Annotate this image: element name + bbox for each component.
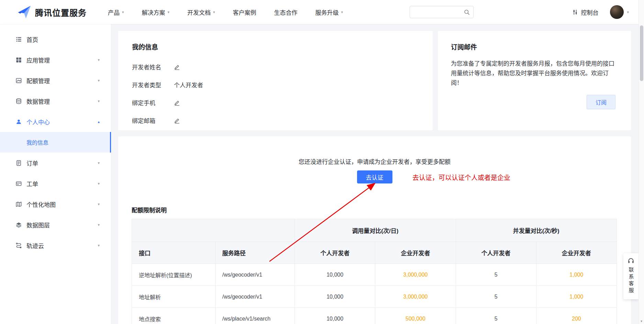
list-icon: [15, 36, 22, 43]
nav-item-products[interactable]: 产品 ▾: [108, 8, 124, 16]
database-icon: [15, 98, 22, 104]
edit-pencil-icon[interactable]: [174, 64, 180, 70]
chevron-down-icon[interactable]: ▾: [627, 10, 629, 14]
red-annotation-text: 去认证，可以认证个人或者是企业: [412, 172, 510, 182]
my-info-card: 我的信息 开发者姓名 开发者类型 个人开发者 绑定手: [118, 31, 433, 130]
cell-personal-daily: 10,000: [295, 286, 375, 308]
field-bind-phone: 绑定手机: [132, 98, 419, 107]
nav-item-docs[interactable]: 开发文档 ▾: [187, 8, 215, 16]
main-content: 我的信息 开发者姓名 开发者类型 个人开发者 绑定手: [112, 24, 639, 324]
chevron-down-icon: ▾: [98, 202, 100, 206]
sidebar-subitem-my-info[interactable]: 我的信息: [0, 132, 111, 153]
sidebar-item-tickets[interactable]: 工单 ▾: [0, 173, 111, 194]
edit-pencil-icon[interactable]: [174, 118, 180, 124]
sidebar-item-orders[interactable]: 订单 ▾: [0, 153, 111, 173]
chevron-down-icon: ▾: [213, 10, 215, 14]
go-verify-button[interactable]: 去认证: [357, 170, 392, 183]
col-header-personal-qps: 个人开发者: [456, 242, 536, 264]
group-header-concurrency: 并发量对比(次/秒): [456, 219, 617, 242]
sidebar-item-track-cloud[interactable]: 轨迹云 ▾: [0, 235, 111, 256]
sidebar-item-home[interactable]: 首页: [0, 29, 111, 49]
chevron-down-icon: ▾: [98, 58, 100, 62]
col-header-enterprise-daily: 企业开发者: [375, 242, 456, 264]
cell-personal-qps: 5: [456, 264, 536, 286]
user-icon: [15, 119, 22, 125]
cell-enterprise-daily: 3,000,000: [375, 264, 456, 286]
cell-path: /ws/geocoder/v1: [215, 264, 295, 286]
chevron-down-icon: ▾: [98, 99, 100, 103]
sidebar-item-data-management[interactable]: 数据管理 ▾: [0, 91, 111, 111]
field-developer-name: 开发者姓名: [132, 63, 419, 71]
grid-icon: [15, 57, 22, 63]
sidebar-item-app-management[interactable]: 应用管理 ▾: [0, 49, 111, 70]
subscribe-title: 订阅邮件: [451, 42, 615, 51]
cell-personal-daily: 10,000: [295, 308, 375, 324]
edit-pencil-icon[interactable]: [174, 100, 180, 106]
table-row: 地址解析 /ws/geocoder/v1 10,000 3,000,000 5 …: [132, 286, 617, 308]
quota-section-title: 配额限制说明: [132, 205, 631, 214]
sidebar: 首页 应用管理 ▾ 配额管理 ▾: [0, 24, 111, 324]
chevron-down-icon: ▾: [98, 223, 100, 227]
cell-enterprise-daily: 500,000: [375, 308, 456, 324]
cell-api: 地址解析: [132, 286, 215, 308]
verify-row: 去认证 去认证，可以认证个人或者是企业: [118, 170, 631, 183]
brand-title: 腾讯位置服务: [35, 6, 87, 18]
top-cards-row: 我的信息 开发者姓名 开发者类型 个人开发者 绑定手: [118, 31, 631, 130]
layers-icon: [15, 222, 22, 228]
cell-api: 逆地址解析(位置描述): [132, 264, 215, 286]
cell-enterprise-qps: 1,000: [536, 286, 617, 308]
table-row: 逆地址解析(位置描述) /ws/geocoder/v1 10,000 3,000…: [132, 264, 617, 286]
contact-support-label: 联系客服: [628, 267, 635, 294]
cell-api: 地点搜索: [132, 308, 215, 324]
brand-logo-icon: [17, 5, 32, 19]
verification-quota-card: 您还没进行企业认证，申请成为企业开发者，享受更多配额 去认证 去认证，可以认证个…: [118, 136, 631, 324]
cell-personal-qps: 5: [456, 308, 536, 324]
cell-enterprise-daily: 3,000,000: [375, 286, 456, 308]
sidebar-item-custom-map[interactable]: 个性化地图 ▾: [0, 194, 111, 214]
scrollbar-thumb[interactable]: [640, 25, 643, 81]
group-header-daily-calls: 调用量对比(次/日): [295, 219, 456, 242]
developer-type-value: 个人开发者: [174, 80, 203, 89]
headset-icon: [628, 257, 634, 264]
nav-item-upgrade[interactable]: 服务升级 ▾: [315, 8, 343, 16]
col-header-personal-daily: 个人开发者: [295, 242, 375, 264]
chevron-down-icon: ▾: [98, 161, 100, 165]
col-header-path: 服务路径: [215, 242, 295, 264]
quota-table: 调用量对比(次/日) 并发量对比(次/秒) 接口 服务路径 个人开发者 企业开发…: [132, 219, 617, 324]
sidebar-item-data-layers[interactable]: 数据图层 ▾: [0, 214, 111, 235]
chevron-down-icon: ▾: [98, 181, 100, 186]
blank-header-cell: [132, 219, 295, 242]
scrollbar-track[interactable]: ▾: [639, 0, 644, 324]
chevron-down-icon: ▾: [122, 10, 124, 14]
chevron-up-icon: ▴: [98, 120, 100, 124]
ticket-icon: [15, 180, 22, 187]
brand[interactable]: 腾讯位置服务: [17, 5, 87, 19]
console-link[interactable]: 控制台: [572, 8, 598, 16]
subscribe-description: 为您准备了专属定制的开发者服务月报，包含您每月使用的接口用量统计等信息，帮助您及…: [451, 59, 615, 88]
search-icon[interactable]: [464, 9, 470, 17]
cell-personal-qps: 5: [456, 286, 536, 308]
subscribe-button[interactable]: 订阅: [587, 95, 615, 109]
nav-item-solutions[interactable]: 解决方案 ▾: [142, 8, 170, 16]
nav-item-cases[interactable]: 客户案例: [233, 8, 256, 16]
chevron-down-icon: ▾: [98, 78, 100, 83]
scroll-down-arrow-icon[interactable]: ▾: [639, 319, 644, 323]
cell-path: /ws/place/v1/search: [215, 308, 295, 324]
app-root: 腾讯位置服务 产品 ▾ 解决方案 ▾ 开发文档 ▾ 客户案例 生态合作 服务升级: [0, 0, 644, 324]
contact-support-tab[interactable]: 联系客服: [623, 253, 639, 299]
chevron-down-icon: ▾: [168, 10, 170, 14]
sidebar-item-quota-management[interactable]: 配额管理 ▾: [0, 70, 111, 91]
table-column-header-row: 接口 服务路径 个人开发者 企业开发者 个人开发者 企业开发者: [132, 242, 617, 264]
cell-path: /ws/geocoder/v1: [215, 286, 295, 308]
chevron-down-icon: ▾: [98, 243, 100, 248]
my-info-title: 我的信息: [132, 42, 419, 51]
cell-enterprise-qps: 200: [536, 308, 617, 324]
nav-item-ecosystem[interactable]: 生态合作: [274, 8, 298, 16]
quota-chart-icon: [15, 77, 22, 84]
cell-personal-daily: 10,000: [295, 264, 375, 286]
search-input[interactable]: [410, 6, 462, 18]
topbar: 腾讯位置服务 产品 ▾ 解决方案 ▾ 开发文档 ▾ 客户案例 生态合作 服务升级: [0, 0, 644, 24]
user-avatar[interactable]: [610, 5, 624, 19]
col-header-api: 接口: [132, 242, 215, 264]
sidebar-item-personal-center[interactable]: 个人中心 ▴: [0, 111, 111, 132]
